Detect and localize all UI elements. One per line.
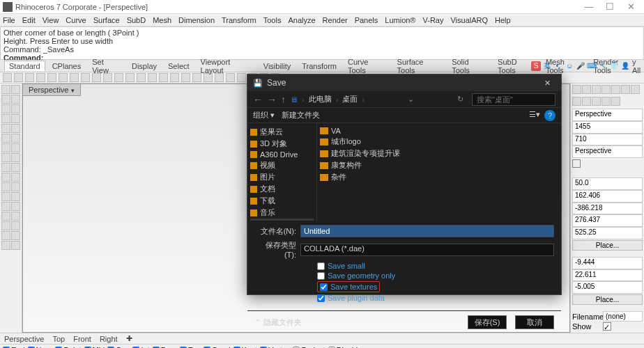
toolbar-icon[interactable] xyxy=(148,73,157,82)
left-tool-icon[interactable] xyxy=(1,241,10,250)
tree-item[interactable]: 3D 对象 xyxy=(250,138,314,150)
prop-check[interactable] xyxy=(572,159,581,168)
menu-panels[interactable]: Panels xyxy=(355,16,378,24)
left-tool-icon[interactable] xyxy=(1,182,10,191)
hide-folders-toggle[interactable]: ⌃隐藏文件夹 xyxy=(254,317,302,328)
menu-vray[interactable]: V-Ray xyxy=(422,16,443,24)
view-tab-front[interactable]: Front xyxy=(73,335,91,343)
tree-item[interactable]: 坚果云 xyxy=(250,126,314,138)
nav-pc-icon[interactable]: 🖥 xyxy=(290,95,298,104)
osnap-point[interactable]: Point xyxy=(55,346,81,349)
left-tool-icon[interactable] xyxy=(1,124,10,133)
maximize-button[interactable]: ☐ xyxy=(599,1,620,13)
tab-solid-tools[interactable]: Solid Tools xyxy=(447,57,491,75)
left-tool-icon[interactable] xyxy=(11,241,20,250)
left-tool-icon[interactable] xyxy=(1,95,10,104)
check-save-geometry[interactable]: Save geometry only xyxy=(317,271,554,280)
left-tool-icon[interactable] xyxy=(11,173,20,182)
prop-z[interactable]: -386.218 xyxy=(572,203,643,215)
menu-edit[interactable]: Edit xyxy=(22,16,36,24)
place-button-2[interactable]: Place... xyxy=(572,294,643,305)
minimize-button[interactable]: — xyxy=(578,1,599,13)
nav-refresh-icon[interactable]: ↻ xyxy=(457,95,463,104)
prop-c1[interactable]: -9.444 xyxy=(572,257,643,269)
nav-back-icon[interactable]: ← xyxy=(253,94,263,105)
ime-tool-icon[interactable]: 🔧 xyxy=(598,61,608,71)
menu-mesh[interactable]: Mesh xyxy=(153,16,171,24)
view-tab-add-icon[interactable]: ✚ xyxy=(126,334,132,343)
show-checkbox[interactable]: ✓ xyxy=(603,322,611,331)
prop-w[interactable]: 276.437 xyxy=(572,214,643,227)
menu-transform[interactable]: Transform xyxy=(222,16,256,24)
menu-file[interactable]: File xyxy=(3,16,15,24)
left-tool-icon[interactable] xyxy=(1,153,10,162)
panel-icon[interactable] xyxy=(601,97,611,106)
prop-width[interactable]: 1455 xyxy=(572,121,643,134)
nav-dropdown-icon[interactable]: ⌄ xyxy=(408,95,414,104)
osnap-near[interactable]: Near xyxy=(28,346,53,349)
toolbar-icon[interactable] xyxy=(159,73,168,82)
menu-analyze[interactable]: Analyze xyxy=(288,16,315,24)
prop-filename[interactable]: (none) xyxy=(603,311,643,322)
left-tool-icon[interactable] xyxy=(11,163,20,172)
ime-skin-icon[interactable]: 👕 xyxy=(609,61,619,71)
toolbar-icon[interactable] xyxy=(125,73,135,82)
tree-item[interactable]: 文档 xyxy=(250,183,314,195)
prop-c3[interactable]: -5.005 xyxy=(572,281,643,294)
dialog-close-icon[interactable]: ✕ xyxy=(539,76,555,90)
tab-select[interactable]: Select xyxy=(164,61,194,71)
toolbar-icon[interactable] xyxy=(59,73,68,82)
osnap-int[interactable]: Int xyxy=(132,346,149,349)
toolbar-icon[interactable] xyxy=(14,73,23,82)
left-tool-icon[interactable] xyxy=(1,212,10,221)
tree-item[interactable]: 桌面 xyxy=(250,219,314,221)
viewport-tab[interactable]: Perspective xyxy=(23,84,81,96)
menu-render[interactable]: Render xyxy=(323,16,348,24)
place-button-1[interactable]: Place... xyxy=(572,240,643,251)
cancel-button[interactable]: 取消 xyxy=(515,315,554,329)
osnap-disable[interactable]: Disable xyxy=(328,346,362,349)
left-tool-icon[interactable] xyxy=(1,231,10,240)
check-save-small[interactable]: Save small xyxy=(317,262,554,270)
left-tool-icon[interactable] xyxy=(11,192,20,201)
panel-icon[interactable] xyxy=(611,85,620,94)
organize-button[interactable]: 组织 ▾ xyxy=(253,110,275,120)
file-list[interactable]: VA 城市logo 建筑渲染专项提升课 康复构件 杂件 xyxy=(317,123,561,221)
menu-curve[interactable]: Curve xyxy=(66,16,86,24)
new-folder-button[interactable]: 新建文件夹 xyxy=(282,110,320,120)
prop-y[interactable]: 162.406 xyxy=(572,190,643,203)
ime-cn-icon[interactable]: 英 xyxy=(542,61,552,71)
left-tool-icon[interactable] xyxy=(1,85,10,94)
folder-tree[interactable]: 坚果云 3D 对象 A360 Drive 视频 图片 文档 下载 音乐 桌面 xyxy=(247,123,317,221)
left-tool-icon[interactable] xyxy=(11,134,20,143)
menu-subd[interactable]: SubD xyxy=(127,16,146,24)
panel-icon[interactable] xyxy=(572,85,581,94)
left-tool-icon[interactable] xyxy=(11,221,20,230)
osnap-end[interactable]: End xyxy=(3,346,25,349)
left-tool-icon[interactable] xyxy=(1,114,10,123)
left-tool-icon[interactable] xyxy=(11,104,20,113)
ime-user-icon[interactable]: 👤 xyxy=(620,61,630,71)
search-input[interactable] xyxy=(472,93,555,106)
list-item[interactable]: 杂件 xyxy=(320,171,558,183)
left-tool-icon[interactable] xyxy=(11,202,20,211)
view-tab-top[interactable]: Top xyxy=(52,335,65,343)
osnap-quad[interactable]: Quad xyxy=(204,346,231,349)
prop-x[interactable]: 50.0 xyxy=(572,177,643,190)
toolbar-icon[interactable] xyxy=(181,73,190,82)
tree-item[interactable]: A360 Drive xyxy=(250,150,314,159)
save-button[interactable]: 保存(S) xyxy=(468,315,507,329)
toolbar-icon[interactable] xyxy=(47,73,56,82)
view-mode-icon[interactable]: ☰▾ xyxy=(529,110,540,121)
left-tool-icon[interactable] xyxy=(1,173,10,182)
panel-icon[interactable] xyxy=(582,85,591,94)
ime-mic-icon[interactable]: 🎤 xyxy=(576,61,585,71)
left-tool-icon[interactable] xyxy=(1,143,10,152)
command-area[interactable]: Other corner of base or length ( 3Point … xyxy=(0,26,644,60)
prop-c2[interactable]: 22.611 xyxy=(572,269,643,282)
osnap-mid[interactable]: Mid xyxy=(84,346,105,349)
panel-icon[interactable] xyxy=(572,97,581,106)
menu-help[interactable]: Help xyxy=(495,16,511,24)
toolbar-icon[interactable] xyxy=(36,73,45,82)
nav-up-icon[interactable]: ↑ xyxy=(281,94,286,105)
